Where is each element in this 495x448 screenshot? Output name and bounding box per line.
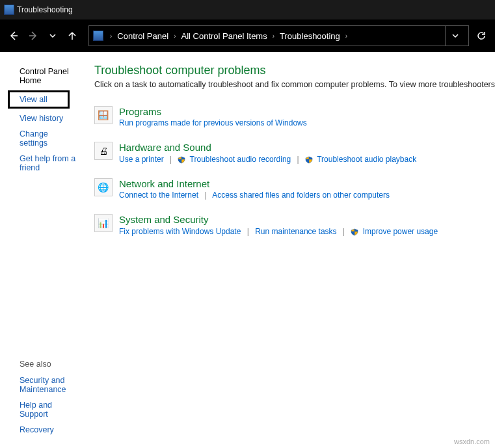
programs-icon: 🪟 <box>94 106 113 124</box>
chevron-right-icon[interactable]: › <box>341 33 351 40</box>
category-system: 📊 System and Security Fix problems with … <box>94 214 495 236</box>
category-programs: 🪟 Programs Run programs made for previou… <box>94 106 495 127</box>
address-dropdown-button[interactable] <box>445 25 464 46</box>
link-power-usage[interactable]: Improve power usage <box>363 227 438 236</box>
link-maintenance[interactable]: Run maintenance tasks <box>255 227 336 236</box>
link-audio-playback[interactable]: Troubleshoot audio playback <box>317 155 416 164</box>
separator: | <box>166 155 176 164</box>
sidebar-change-settings[interactable]: Change settings <box>0 126 77 151</box>
sidebar-control-panel-home[interactable]: Control Panel Home <box>0 64 77 88</box>
sidebar-recovery[interactable]: Recovery <box>0 422 77 438</box>
link-use-printer[interactable]: Use a printer <box>119 155 164 164</box>
back-button[interactable] <box>4 26 23 46</box>
network-icon: 🌐 <box>94 178 113 196</box>
page-title: Troubleshoot computer problems <box>94 64 495 77</box>
category-hardware-title[interactable]: Hardware and Sound <box>119 142 495 153</box>
main-content: Troubleshoot computer problems Click on … <box>77 52 495 448</box>
category-system-title[interactable]: System and Security <box>119 214 495 225</box>
page-description: Click on a task to automatically trouble… <box>94 80 495 89</box>
category-network: 🌐 Network and Internet Connect to the In… <box>94 178 495 200</box>
link-windows-update[interactable]: Fix problems with Windows Update <box>119 227 241 236</box>
chevron-right-icon[interactable]: › <box>170 33 180 40</box>
app-icon <box>4 5 14 15</box>
sidebar-get-help[interactable]: Get help from a friend <box>0 151 77 176</box>
watermark: wsxdn.com <box>454 438 490 445</box>
sidebar-view-all[interactable]: View all <box>8 90 70 109</box>
breadcrumb-troubleshooting[interactable]: Troubleshooting <box>278 31 341 41</box>
separator: | <box>243 227 253 236</box>
see-also-section: See also Security and Maintenance Help a… <box>0 356 77 448</box>
sidebar-help-support[interactable]: Help and Support <box>0 397 77 422</box>
chevron-right-icon[interactable]: › <box>106 33 116 40</box>
window-title: Troubleshooting <box>17 5 73 14</box>
refresh-button[interactable] <box>472 26 491 46</box>
category-programs-title[interactable]: Programs <box>119 106 495 117</box>
up-button[interactable] <box>62 26 82 46</box>
breadcrumb-all-items[interactable]: All Control Panel Items <box>180 31 268 41</box>
sidebar-security-maintenance[interactable]: Security and Maintenance <box>0 373 77 397</box>
separator: | <box>339 227 349 236</box>
separator: | <box>200 191 210 200</box>
category-network-title[interactable]: Network and Internet <box>119 178 495 189</box>
shield-icon <box>351 228 358 238</box>
nav-row: › Control Panel › All Control Panel Item… <box>0 20 495 52</box>
sidebar-view-history[interactable]: View history <box>0 111 77 126</box>
link-connect-internet[interactable]: Connect to the Internet <box>119 191 198 200</box>
category-hardware: 🖨 Hardware and Sound Use a printer | Tro… <box>94 142 495 164</box>
forward-button[interactable] <box>23 26 43 46</box>
title-bar: Troubleshooting <box>0 0 495 20</box>
shield-icon <box>305 156 313 166</box>
recent-dropdown-button[interactable] <box>43 26 62 46</box>
address-icon <box>93 31 103 41</box>
address-bar[interactable]: › Control Panel › All Control Panel Item… <box>88 25 469 46</box>
hardware-icon: 🖨 <box>94 142 113 160</box>
link-audio-recording[interactable]: Troubleshoot audio recording <box>190 155 291 164</box>
see-also-header: See also <box>0 356 77 373</box>
link-run-previous-versions[interactable]: Run programs made for previous versions … <box>119 118 307 127</box>
separator: | <box>293 155 303 164</box>
system-icon: 📊 <box>94 214 113 232</box>
chevron-right-icon[interactable]: › <box>269 33 278 40</box>
sidebar: Control Panel Home View all View history… <box>0 52 77 448</box>
link-shared-files[interactable]: Access shared files and folders on other… <box>212 191 390 200</box>
breadcrumb-control-panel[interactable]: Control Panel <box>116 31 170 41</box>
shield-icon <box>178 156 185 166</box>
